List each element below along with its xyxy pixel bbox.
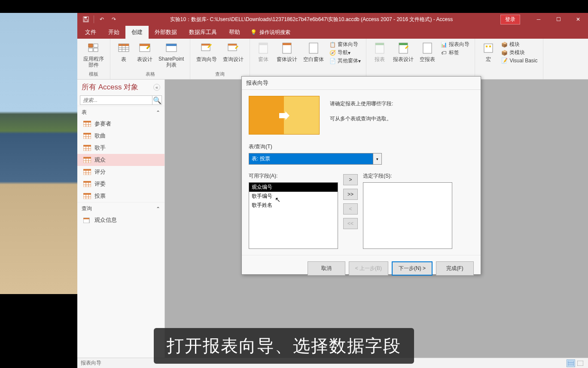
nav-table-item[interactable]: 观众 [77, 154, 165, 166]
menu-dbtools[interactable]: 数据库工具 [183, 26, 223, 39]
table-icon [83, 181, 91, 187]
svg-rect-3 [88, 44, 93, 47]
menu-home[interactable]: 开始 [102, 26, 125, 39]
field-list-item[interactable]: 观众编号 [249, 183, 338, 192]
menu-help[interactable]: 帮助 [223, 26, 246, 39]
field-list-item[interactable]: 歌手姓名 [249, 201, 338, 210]
report-button[interactable]: 报表 [370, 40, 390, 64]
save-icon[interactable] [81, 14, 91, 25]
window-title: 实验10：数据库- C:\Users\DELL\Downloads\123718… [122, 16, 500, 23]
back-button[interactable]: < 上一步(B) [349, 261, 388, 276]
table-icon [83, 133, 91, 139]
other-forms-icon: 📄 [329, 58, 336, 64]
nav-group-tables[interactable]: 表⌃ [77, 106, 165, 118]
access-window: ↶ ↷ 实验10：数据库- C:\Users\DELL\Downloads\12… [77, 13, 588, 368]
nav-title[interactable]: 所有 Access 对象 [82, 82, 138, 92]
svg-rect-20 [228, 44, 237, 46]
table-button[interactable]: 表 [114, 40, 134, 64]
navigation-button[interactable]: 🧭导航 ▾ [327, 49, 363, 57]
svg-rect-74 [577, 361, 583, 366]
svg-rect-65 [83, 193, 91, 195]
blank-report-button[interactable]: 空报表 [417, 40, 438, 64]
query-wizard-button[interactable]: 查询向导 [194, 40, 219, 64]
search-icon[interactable]: 🔍 [152, 95, 162, 105]
nav-table-item[interactable]: 投票 [77, 190, 165, 202]
report-icon [373, 41, 387, 55]
form-wizard-icon: 📋 [329, 41, 336, 48]
svg-rect-5 [88, 48, 93, 52]
report-wizard-icon: 📊 [440, 41, 447, 48]
report-design-button[interactable]: 报表设计 [390, 40, 416, 64]
ribbon-group-reports: 报表 报表设计 空报表 📊报表向导 🏷标签 [366, 39, 475, 79]
menubar: 文件 开始 创建 外部数据 数据库工具 帮助 💡 操作说明搜索 [77, 26, 588, 39]
close-icon[interactable]: ✕ [568, 13, 588, 26]
table-design-button[interactable]: 表设计 [134, 40, 155, 64]
selected-fields-label: 选定字段(S): [363, 172, 452, 180]
nav-table-item[interactable]: 评分 [77, 166, 165, 178]
field-list-item[interactable]: 歌手编号 [249, 192, 338, 201]
form-button[interactable]: 窗体 [253, 40, 273, 64]
desktop-wallpaper [0, 13, 77, 294]
remove-all-button[interactable]: << [343, 218, 358, 229]
minimize-icon[interactable]: ─ [529, 13, 548, 26]
svg-rect-2 [84, 20, 88, 21]
collapse-icon: ⌃ [156, 206, 160, 212]
svg-rect-50 [83, 157, 91, 159]
view-design-icon[interactable] [576, 359, 585, 367]
app-parts-button[interactable]: 应用程序 部件 [81, 40, 107, 69]
available-fields-list[interactable]: 观众编号歌手编号歌手姓名 [249, 182, 338, 249]
blank-form-button[interactable]: 空白窗体 [301, 40, 326, 64]
remove-field-button[interactable]: < [343, 203, 358, 215]
nav-table-item[interactable]: 歌手 [77, 142, 165, 154]
add-field-button[interactable]: > [343, 174, 358, 185]
class-module-button[interactable]: 📦类模块 [499, 49, 539, 57]
nav-table-item[interactable]: 评委 [77, 178, 165, 190]
menu-create[interactable]: 创建 [125, 26, 149, 39]
add-all-button[interactable]: >> [343, 189, 358, 200]
module-button[interactable]: 📦模块 [499, 40, 539, 49]
form-wizard-button[interactable]: 📋窗体向导 [327, 40, 363, 49]
other-forms-button[interactable]: 📄其他窗体 ▾ [327, 57, 363, 65]
svg-rect-33 [489, 46, 491, 47]
undo-icon[interactable]: ↶ [97, 14, 107, 25]
macro-icon [481, 41, 495, 55]
svg-rect-40 [83, 133, 91, 135]
svg-rect-4 [94, 44, 98, 47]
nav-collapse-icon[interactable]: « [153, 84, 160, 91]
svg-rect-71 [568, 361, 574, 366]
maximize-icon[interactable]: ☐ [548, 13, 568, 26]
sharepoint-button[interactable]: SharePoint 列表 [156, 40, 186, 69]
macro-button[interactable]: 宏 [478, 40, 498, 64]
labels-button[interactable]: 🏷标签 [439, 49, 471, 57]
svg-rect-18 [201, 44, 210, 46]
nav-search-input[interactable] [80, 95, 152, 105]
nav-table-item[interactable]: 参赛者 [77, 118, 165, 130]
nav-group-queries[interactable]: 查询⌃ [77, 202, 165, 214]
menu-external[interactable]: 外部数据 [149, 26, 183, 39]
svg-rect-27 [375, 43, 384, 45]
redo-icon[interactable]: ↷ [109, 14, 119, 25]
chevron-down-icon[interactable]: ▾ [373, 153, 382, 165]
tell-me-search[interactable]: 💡 操作说明搜索 [250, 29, 290, 36]
blank-form-icon [307, 41, 320, 55]
cancel-button[interactable]: 取消 [308, 261, 345, 276]
wizard-graphic [249, 96, 320, 135]
view-datasheet-icon[interactable] [567, 359, 575, 367]
svg-rect-30 [423, 43, 432, 53]
menu-file[interactable]: 文件 [79, 26, 102, 39]
form-design-button[interactable]: 窗体设计 [274, 40, 300, 64]
login-button[interactable]: 登录 [500, 15, 520, 25]
visual-basic-button[interactable]: 📝Visual Basic [499, 57, 539, 64]
selected-fields-list[interactable] [363, 182, 452, 249]
ribbon-group-forms: 窗体 窗体设计 空白窗体 📋窗体向导 🧭导航 ▾ 📄其他窗体 ▾ [250, 39, 366, 79]
labels-icon: 🏷 [440, 49, 447, 56]
nav-query-item[interactable]: 观众信息 [77, 214, 165, 226]
finish-button[interactable]: 完成(F) [436, 261, 474, 276]
report-wizard-button[interactable]: 📊报表向导 [439, 40, 471, 49]
next-button[interactable]: 下一步(N) > [392, 261, 433, 276]
nav-table-item[interactable]: 歌曲 [77, 130, 165, 142]
query-design-button[interactable]: 查询设计 [220, 40, 246, 64]
query-design-icon [226, 41, 240, 55]
svg-rect-70 [83, 218, 89, 219]
table-query-combo[interactable]: 表: 投票 ▾ [249, 153, 382, 165]
